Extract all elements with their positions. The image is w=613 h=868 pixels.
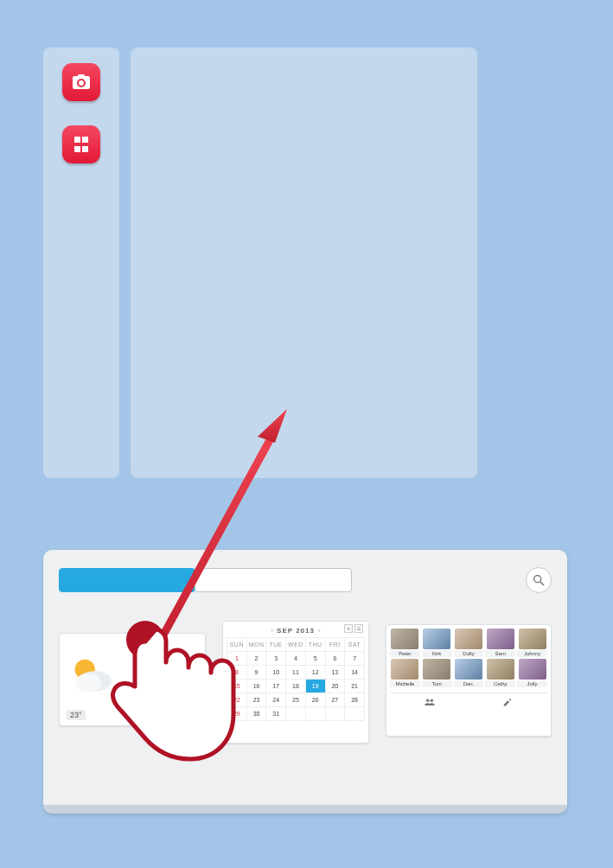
clock-time: 9:10 bbox=[150, 654, 196, 684]
cal-cell[interactable]: 29 bbox=[227, 707, 247, 721]
cal-cell[interactable]: 7 bbox=[345, 652, 365, 666]
calendar-widget[interactable]: ‹ SEP 2013 › + ≡ SUN MON TUE WED THU FRI… bbox=[222, 621, 369, 744]
cal-cell[interactable]: 4 bbox=[286, 652, 306, 666]
svg-point-0 bbox=[534, 576, 541, 583]
cal-cell[interactable]: 15 bbox=[227, 680, 247, 693]
camera-app-icon[interactable] bbox=[62, 63, 100, 101]
avatar bbox=[487, 629, 514, 649]
cal-cell[interactable]: 24 bbox=[266, 693, 286, 707]
cal-cell[interactable]: 26 bbox=[305, 693, 325, 707]
calendar-prev-icon[interactable]: ‹ bbox=[271, 627, 273, 635]
svg-line-1 bbox=[540, 582, 544, 585]
cal-cell[interactable]: 16 bbox=[246, 680, 266, 693]
contact-item[interactable]: Dan. bbox=[454, 659, 484, 687]
cal-cell[interactable] bbox=[325, 707, 345, 721]
svg-point-4 bbox=[75, 673, 102, 692]
cal-cell[interactable]: 31 bbox=[266, 707, 286, 721]
contacts-grid: Peter Kirk Dolly Sam Johnny Michelle Tom… bbox=[390, 629, 547, 687]
panel-shadow bbox=[43, 805, 567, 814]
contact-item[interactable]: Dolly bbox=[454, 629, 484, 657]
home-screen-area bbox=[43, 48, 477, 478]
cal-cell[interactable]: 21 bbox=[345, 680, 365, 693]
cal-cell[interactable]: 20 bbox=[325, 680, 345, 693]
avatar bbox=[455, 629, 482, 649]
widget-tab-inactive[interactable] bbox=[195, 568, 352, 592]
camera-icon bbox=[71, 72, 92, 93]
cal-cell[interactable]: 23 bbox=[246, 693, 266, 707]
cal-cell[interactable] bbox=[345, 707, 365, 721]
avatar bbox=[455, 659, 482, 680]
contacts-footer bbox=[390, 692, 547, 707]
contacts-widget[interactable]: Peter Kirk Dolly Sam Johnny Michelle Tom… bbox=[386, 624, 552, 737]
contact-name: Sam bbox=[485, 650, 515, 657]
contact-item[interactable]: Sam bbox=[485, 629, 515, 657]
widget-list: 23° 9:10 WED ‹ SEP 2013 › + ≡ SUN MON TU… bbox=[59, 621, 552, 759]
cal-cell[interactable]: 9 bbox=[246, 666, 266, 680]
calendar-add-icon[interactable]: + bbox=[344, 624, 353, 633]
cal-cell[interactable] bbox=[305, 707, 325, 721]
cal-cell[interactable]: 10 bbox=[266, 666, 286, 680]
search-icon bbox=[532, 573, 546, 587]
svg-point-7 bbox=[425, 699, 429, 703]
contact-item[interactable]: Johnny bbox=[517, 629, 547, 657]
contact-name: Peter bbox=[390, 650, 420, 657]
contacts-edit-icon[interactable] bbox=[502, 697, 514, 707]
calculator-icon bbox=[71, 134, 92, 155]
avatar bbox=[391, 659, 418, 680]
calculator-app-icon[interactable] bbox=[62, 125, 100, 163]
weather-clock-widget[interactable]: 23° 9:10 WED bbox=[59, 633, 206, 726]
cal-cell[interactable]: 28 bbox=[345, 693, 365, 707]
cal-cell[interactable]: 25 bbox=[286, 693, 306, 707]
clock-day: WED bbox=[176, 684, 195, 692]
avatar bbox=[519, 629, 546, 649]
contacts-group-icon[interactable] bbox=[424, 697, 436, 707]
widget-drop-target[interactable] bbox=[131, 48, 477, 478]
contact-name: Cathy bbox=[485, 680, 515, 687]
calendar-grid: SUN MON TUE WED THU FRI SAT 1 2 3 4 5 6 … bbox=[227, 637, 365, 721]
cal-cell[interactable]: 3 bbox=[266, 652, 286, 666]
cal-cell[interactable]: 8 bbox=[227, 666, 247, 680]
contact-item[interactable]: Tom bbox=[422, 659, 452, 687]
widget-picker-panel: 23° 9:10 WED ‹ SEP 2013 › + ≡ SUN MON TU… bbox=[43, 550, 567, 814]
contact-item[interactable]: Michelle bbox=[390, 659, 420, 687]
cal-cell[interactable]: 17 bbox=[266, 680, 286, 693]
avatar bbox=[423, 629, 450, 649]
calendar-next-icon[interactable]: › bbox=[318, 627, 321, 635]
cal-cell[interactable] bbox=[286, 707, 306, 721]
cal-cell[interactable]: 27 bbox=[325, 693, 345, 707]
calendar-list-icon[interactable]: ≡ bbox=[354, 624, 363, 633]
widget-tab-active[interactable] bbox=[59, 568, 195, 592]
cal-cell[interactable]: 18 bbox=[286, 680, 306, 693]
calendar-header: ‹ SEP 2013 › + ≡ bbox=[227, 623, 365, 637]
cal-cell[interactable]: 5 bbox=[305, 652, 325, 666]
contact-name: Dan. bbox=[454, 680, 484, 687]
cal-day-head: SAT bbox=[345, 638, 365, 652]
app-dock-sidebar bbox=[43, 48, 119, 478]
widget-picker-header bbox=[59, 567, 552, 593]
cal-cell[interactable]: 6 bbox=[325, 652, 345, 666]
contact-item[interactable]: Peter bbox=[390, 629, 420, 657]
contact-item[interactable]: Cathy bbox=[485, 659, 515, 687]
calendar-month-label: SEP 2013 bbox=[277, 627, 315, 635]
widget-search-button[interactable] bbox=[526, 567, 552, 593]
weather-temp: 23° bbox=[67, 710, 86, 720]
contact-item[interactable]: Kirk bbox=[422, 629, 452, 657]
contact-name: Dolly bbox=[454, 650, 484, 657]
contact-name: Kirk bbox=[422, 650, 452, 657]
cal-cell[interactable]: 12 bbox=[305, 666, 325, 680]
contact-item[interactable]: Jully bbox=[517, 659, 547, 687]
cal-cell[interactable]: 11 bbox=[286, 666, 306, 680]
cal-day-head: WED bbox=[286, 638, 306, 652]
cal-cell[interactable]: 13 bbox=[325, 666, 345, 680]
cal-cell[interactable]: 30 bbox=[246, 707, 266, 721]
cal-day-head: THU bbox=[305, 638, 325, 652]
gear-icon bbox=[188, 708, 200, 720]
cal-cell[interactable]: 1 bbox=[227, 652, 247, 666]
cal-cell[interactable]: 2 bbox=[246, 652, 266, 666]
cal-cell-selected[interactable]: 19 bbox=[305, 680, 325, 693]
cal-cell[interactable]: 14 bbox=[345, 666, 365, 680]
cal-day-head: MON bbox=[246, 638, 266, 652]
cal-cell[interactable]: 22 bbox=[227, 693, 247, 707]
weather-icon bbox=[65, 649, 118, 703]
avatar bbox=[519, 659, 546, 680]
